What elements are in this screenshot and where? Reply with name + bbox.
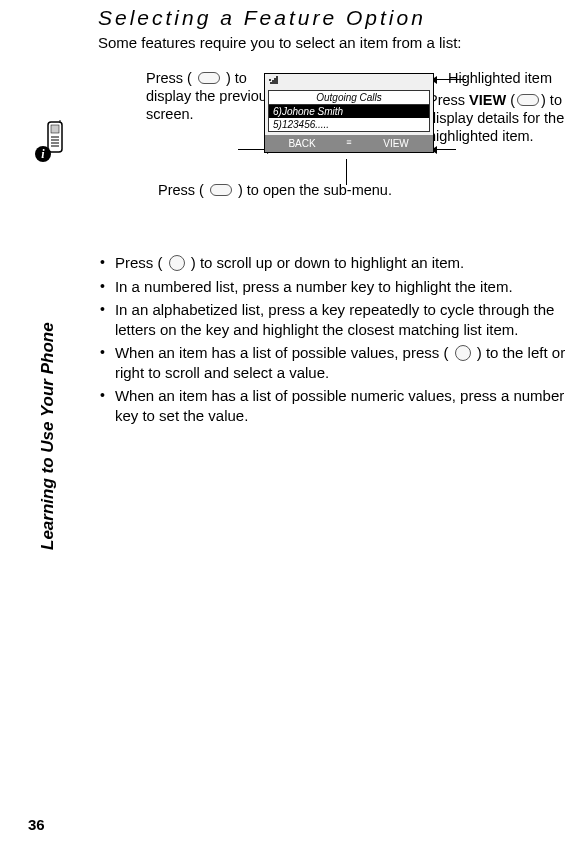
- list-row: 5)123456.....: [269, 118, 429, 131]
- list-row-highlighted: 6)Johone Smith: [269, 105, 429, 118]
- arrow-view: [436, 149, 456, 150]
- list-item: Press ( ) to scroll up or down to highli…: [98, 253, 568, 273]
- bullet-text: ) to scroll up or down to highlight an i…: [191, 254, 464, 271]
- list-item: In an alphabetized list, press a key rep…: [98, 300, 568, 339]
- phone-screen: Outgoing Calls 6)Johone Smith 5)123456..…: [264, 73, 434, 153]
- bullet-text: When an item has a list of possible nume…: [115, 386, 568, 425]
- list-item: In a numbered list, press a number key t…: [98, 277, 568, 297]
- annot-bold: VIEW: [469, 92, 506, 108]
- page-title: Selecting a Feature Option: [98, 6, 568, 30]
- list-item: When an item has a list of possible nume…: [98, 386, 568, 425]
- softkey-bar: BACK ≡ VIEW: [265, 135, 433, 152]
- phone-statusbar: [265, 74, 433, 90]
- menu-indicator-icon: ≡: [339, 135, 359, 152]
- annotation-menu: Press ( ) to open the sub-menu.: [158, 181, 458, 199]
- arrow-highlighted: [436, 79, 466, 80]
- main-content: Selecting a Feature Option Some features…: [98, 0, 568, 425]
- bullet-list: Press ( ) to scroll up or down to highli…: [98, 253, 568, 425]
- softkey-back: BACK: [265, 135, 339, 152]
- bullet-text: Press (: [115, 254, 163, 271]
- nav-key-icon: [455, 345, 471, 361]
- svg-rect-1: [51, 125, 59, 133]
- intro-text: Some features require you to select an i…: [98, 34, 568, 51]
- annot-text: Press: [428, 92, 469, 108]
- softkey-view: VIEW: [359, 135, 433, 152]
- bullet-text: In a numbered list, press a number key t…: [115, 277, 513, 297]
- annot-text: Press (: [158, 182, 204, 198]
- bullet-text: When an item has a list of possible valu…: [115, 344, 449, 361]
- softkey-right-icon: [517, 94, 539, 106]
- arrow-menu-vert: [346, 159, 347, 185]
- svg-point-9: [269, 79, 271, 81]
- softkey-left-icon: [198, 72, 220, 84]
- section-label: Learning to Use Your Phone: [38, 322, 58, 550]
- list-item: When an item has a list of possible valu…: [98, 343, 568, 382]
- annot-text: ) to open the sub-menu.: [238, 182, 392, 198]
- signal-icon: [269, 76, 283, 88]
- annotation-left: Press ( ) to display the previous screen…: [146, 69, 276, 123]
- page-number: 36: [28, 816, 45, 833]
- list-header: Outgoing Calls: [269, 91, 429, 105]
- annotation-highlighted: Highlighted item: [448, 69, 568, 87]
- bullet-text: In an alphabetized list, press a key rep…: [115, 300, 568, 339]
- annot-text: (: [506, 92, 515, 108]
- phone-info-icon: i: [28, 120, 68, 170]
- nav-key-icon: [169, 255, 185, 271]
- annot-text: Press (: [146, 70, 192, 86]
- sidebar: i Learning to Use Your Phone: [28, 120, 52, 540]
- menu-key-icon: [210, 184, 232, 196]
- diagram: Press ( ) to display the previous screen…: [98, 69, 568, 229]
- annotation-view: Press VIEW () to display details for the…: [428, 91, 568, 145]
- phone-list: Outgoing Calls 6)Johone Smith 5)123456..…: [268, 90, 430, 132]
